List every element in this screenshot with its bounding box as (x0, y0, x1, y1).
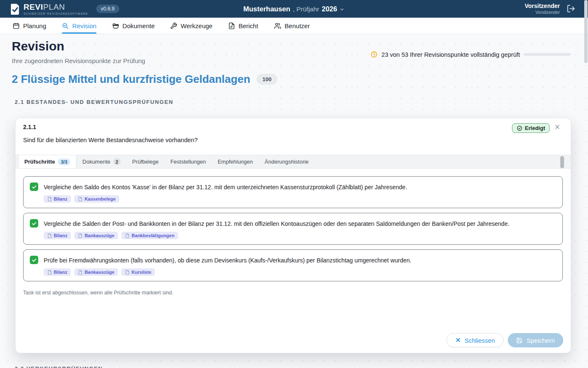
task-tab-empfehlungen[interactable]: Empfehlungen (212, 155, 259, 168)
nav-tab-label: Revision (72, 22, 97, 29)
tag-label: Bankauszüge (84, 233, 114, 238)
nav-tab-planung[interactable]: Planung (13, 18, 46, 34)
pruefschritte-list: Vergleiche den Saldo des Kontos 'Kasse' … (23, 176, 563, 286)
mandate-name: Musterhausen (243, 5, 290, 13)
document-tag[interactable]: Kursliste (121, 268, 155, 276)
task-dialog: 2.1.1 Erledigt ✕ Sind für die bilanziert… (15, 118, 571, 353)
step-checkbox[interactable] (30, 256, 38, 264)
tag-label: Bilanz (54, 270, 67, 275)
nav-tab-benutzer[interactable]: Benutzer (274, 18, 310, 34)
step-tags: BilanzKassenbelege (44, 195, 556, 203)
user-name: Vorsitzender (525, 3, 560, 10)
task-tab--nderungshistorie[interactable]: Änderungshistorie (259, 155, 315, 168)
section-head: 2 Flüssige Mittel und kurzfristige Gelda… (12, 73, 277, 86)
tag-label: Bankauszüge (84, 270, 114, 275)
nav-tab-bericht[interactable]: Bericht (228, 18, 258, 34)
nav-tab-werkzeuge[interactable]: Werkzeuge (170, 18, 213, 34)
top-header: REVIPLAN SCHWEIZER REVISIONSSOFTWARE v0.… (0, 0, 588, 18)
progress-row: 23 von 53 Ihrer Revisionspunkte vollstän… (370, 51, 571, 58)
users-icon (274, 22, 281, 29)
tag-label: Kursliste (131, 270, 151, 275)
search-check-icon (62, 22, 69, 29)
task-note: Task ist erst abgeschlossen, wenn alle P… (23, 290, 173, 296)
tab-label: Prüfschritte (24, 159, 55, 165)
document-tag[interactable]: Bilanz (44, 195, 71, 203)
main-nav: PlanungRevisionDokumenteWerkzeugeBericht… (0, 18, 588, 34)
reviplan-logo-icon (10, 3, 20, 15)
nav-tab-dokumente[interactable]: Dokumente (112, 18, 155, 34)
status-badge: Erledigt (512, 123, 550, 133)
tag-label: Bankbestätigungen (131, 233, 174, 238)
tab-count-badge: 2 (113, 158, 121, 165)
next-subsection-heading: 2.2 VERKEHRSPRÜFUNGEN (15, 365, 103, 368)
mandate-selector[interactable]: Musterhausen , Prüfjahr 2026 (243, 5, 344, 13)
brand-subtitle: SCHWEIZER REVISIONSSOFTWARE (24, 12, 88, 15)
document-tag[interactable]: Kassenbelege (74, 195, 119, 203)
pruefschritt-item: Prüfe bei Fremdwährungskonten (falls vor… (23, 249, 563, 281)
step-checkbox[interactable] (30, 183, 38, 191)
tab-label: Dokumente (82, 159, 110, 165)
task-tab-dokumente[interactable]: Dokumente2 (76, 155, 126, 168)
file-icon (47, 270, 52, 275)
tag-label: Bilanz (54, 196, 67, 201)
user-role: Vorsitzender (536, 10, 560, 15)
file-icon (47, 233, 52, 238)
document-tag[interactable]: Bankauszüge (74, 268, 118, 276)
page-title: Revision (12, 39, 64, 53)
document-tag[interactable]: Bilanz (44, 268, 71, 276)
section-title: 2 Flüssige Mittel und kurzfristige Gelda… (12, 73, 250, 86)
file-icon (125, 270, 129, 275)
dialog-scrollbar-thumb[interactable] (560, 156, 564, 168)
task-question: Sind für die bilanzierten Werte Bestande… (23, 137, 198, 143)
wrench-icon (170, 22, 177, 29)
tab-label: Änderungshistorie (265, 159, 309, 165)
pruefschritt-item: Vergleiche den Saldo des Kontos 'Kasse' … (23, 176, 563, 208)
file-icon (125, 233, 129, 238)
step-text: Vergleiche den Saldo des Kontos 'Kasse' … (44, 183, 407, 191)
context-label: , Prüfjahr (293, 5, 319, 13)
pruefschritt-item: Vergleiche die Salden der Post- und Bank… (23, 213, 563, 245)
nav-tab-revision[interactable]: Revision (62, 18, 97, 34)
document-tag[interactable]: Bilanz (44, 232, 71, 239)
file-icon (78, 197, 82, 201)
step-checkbox[interactable] (30, 219, 38, 228)
tab-count-badge: 3/3 (58, 159, 70, 165)
document-tag[interactable]: Bankauszüge (74, 232, 118, 239)
close-button[interactable]: ✕ Schliessen (446, 333, 504, 347)
close-x-icon: ✕ (455, 336, 461, 344)
task-tab-pr-fbelege[interactable]: Prüfbelege (126, 155, 165, 168)
tab-label: Prüfbelege (132, 159, 159, 165)
section-count-badge: 100 (257, 74, 278, 85)
content-area: Revision Ihre zugeordneten Revisionspunk… (0, 34, 588, 368)
brand: REVIPLAN SCHWEIZER REVISIONSSOFTWARE v0.… (10, 3, 119, 15)
task-tabs: Prüfschritte3/3Dokumente2PrüfbelegeFests… (16, 155, 571, 169)
logout-icon[interactable] (567, 4, 575, 13)
chevron-down-icon (340, 6, 345, 12)
brand-name: REVIPLAN (24, 3, 88, 11)
nav-tab-label: Planung (23, 22, 46, 29)
document-tag[interactable]: Bankbestätigungen (121, 232, 178, 239)
version-badge: v0.6.9 (96, 5, 119, 13)
progress-bar (524, 53, 571, 56)
task-tab-feststellungen[interactable]: Feststellungen (165, 155, 212, 168)
task-id: 2.1.1 (23, 124, 36, 130)
tag-label: Kassenbelege (84, 196, 116, 201)
tag-label: Bilanz (54, 233, 67, 238)
progress-text: 23 von 53 Ihrer Revisionspunkte vollstän… (381, 51, 520, 58)
close-icon[interactable]: ✕ (554, 123, 560, 132)
step-tags: BilanzBankauszügeKursliste (44, 268, 556, 276)
save-button[interactable]: Speichern (508, 333, 563, 347)
report-icon (228, 22, 235, 29)
task-tab-pr-fschritte[interactable]: Prüfschritte3/3 (18, 155, 76, 168)
nav-tab-label: Werkzeuge (181, 22, 213, 29)
tab-label: Feststellungen (171, 159, 206, 165)
file-icon (78, 270, 82, 275)
user-box: Vorsitzender Vorsitzender (525, 3, 582, 15)
circle-check-icon (517, 125, 522, 131)
nav-tab-label: Dokumente (123, 22, 155, 29)
folder-icon (112, 22, 119, 29)
page-subtitle: Ihre zugeordneten Revisionspunkte zur Pr… (12, 57, 145, 64)
tab-label: Empfehlungen (218, 159, 253, 165)
nav-tab-label: Bericht (239, 22, 258, 29)
page-scrollbar-thumb[interactable] (584, 0, 588, 63)
